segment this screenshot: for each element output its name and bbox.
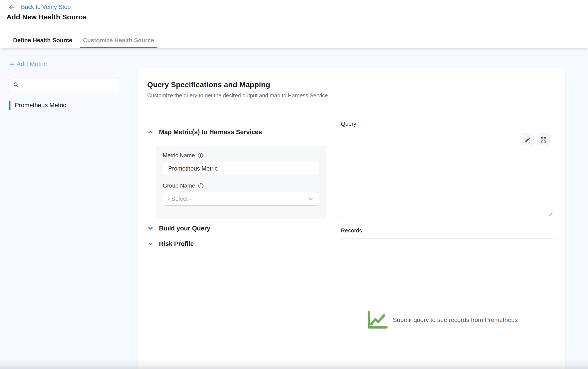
sidebar: Add Metric Prometheus Metric: [0, 48, 137, 369]
group-name-label: Group Name: [163, 182, 195, 189]
tab-define-health-source[interactable]: Define Health Source: [13, 32, 73, 48]
metric-name-label-row: Metric Name: [163, 152, 320, 159]
add-metric-label: Add Metric: [17, 60, 47, 68]
section-label: Build your Query: [159, 225, 210, 232]
metric-name-label: Metric Name: [163, 152, 195, 159]
records-empty-message: Submit query to see records from Prometh…: [393, 317, 518, 323]
content-area: Add Metric Prometheus Metric Query Speci…: [0, 48, 588, 369]
section-label: Map Metric(s) to Harness Services: [159, 129, 262, 136]
screen: Back to Verify Step Add New Health Sourc…: [0, 0, 588, 369]
search-icon: [13, 81, 19, 88]
metric-item-label: Prometheus Metric: [15, 102, 66, 109]
back-to-verify-step-link[interactable]: Back to Verify Step: [8, 4, 71, 10]
metric-name-input[interactable]: [163, 162, 319, 175]
metric-searchbox: [9, 78, 119, 91]
chevron-down-icon: [147, 240, 154, 247]
pencil-icon: [524, 136, 531, 143]
group-name-label-row: Group Name: [163, 182, 320, 189]
metric-mapping-card: Metric Name Group Name: [156, 146, 326, 219]
back-link-label: Back to Verify Step: [21, 4, 71, 10]
expand-query-button[interactable]: [537, 134, 550, 146]
query-specifications-panel: Query Specifications and Mapping Customi…: [138, 68, 565, 369]
tabbar: Define Health Source Customize Health So…: [0, 32, 588, 48]
info-icon[interactable]: [197, 152, 203, 159]
panel-title: Query Specifications and Mapping: [147, 80, 556, 89]
query-editor: [341, 131, 554, 217]
chevron-up-icon: [147, 129, 154, 135]
records-empty-state: Submit query to see records from Prometh…: [367, 311, 518, 329]
chevron-down-icon: [147, 225, 154, 231]
plus-icon: [9, 61, 15, 68]
info-icon[interactable]: [198, 183, 204, 189]
query-label: Query: [341, 120, 356, 127]
back-arrow-icon: [8, 4, 15, 10]
section-map-metrics-to-harness-services[interactable]: Map Metric(s) to Harness Services: [147, 127, 262, 137]
section-risk-profile[interactable]: Risk Profile: [147, 239, 194, 249]
panel-subtitle: Customize the query to get the desired o…: [147, 92, 556, 99]
chevron-down-icon: [307, 196, 314, 202]
selected-indicator-bar: [9, 101, 10, 110]
page-header: Back to Verify Step Add New Health Sourc…: [0, 0, 588, 32]
records-label: Records: [341, 227, 362, 234]
section-build-your-query[interactable]: Build your Query: [147, 223, 210, 233]
group-name-select[interactable]: - Select -: [163, 192, 319, 206]
search-input[interactable]: [22, 81, 115, 88]
records-panel: Submit query to see records from Prometh…: [341, 239, 556, 369]
panel-header: Query Specifications and Mapping Customi…: [138, 68, 565, 108]
query-toolbar: [521, 134, 550, 146]
expand-icon: [540, 136, 547, 143]
line-chart-icon: [367, 311, 388, 329]
section-label: Risk Profile: [159, 240, 194, 248]
edit-query-button[interactable]: [521, 134, 534, 146]
resize-handle[interactable]: [549, 212, 553, 216]
add-metric-button[interactable]: Add Metric: [9, 60, 47, 68]
sidebar-item-prometheus-metric[interactable]: Prometheus Metric: [9, 101, 66, 110]
group-name-placeholder: - Select -: [168, 196, 191, 202]
sidebar-divider: [8, 97, 124, 97]
tab-customize-health-source[interactable]: Customize Health Source: [83, 32, 154, 48]
page-title: Add New Health Source: [7, 13, 86, 21]
